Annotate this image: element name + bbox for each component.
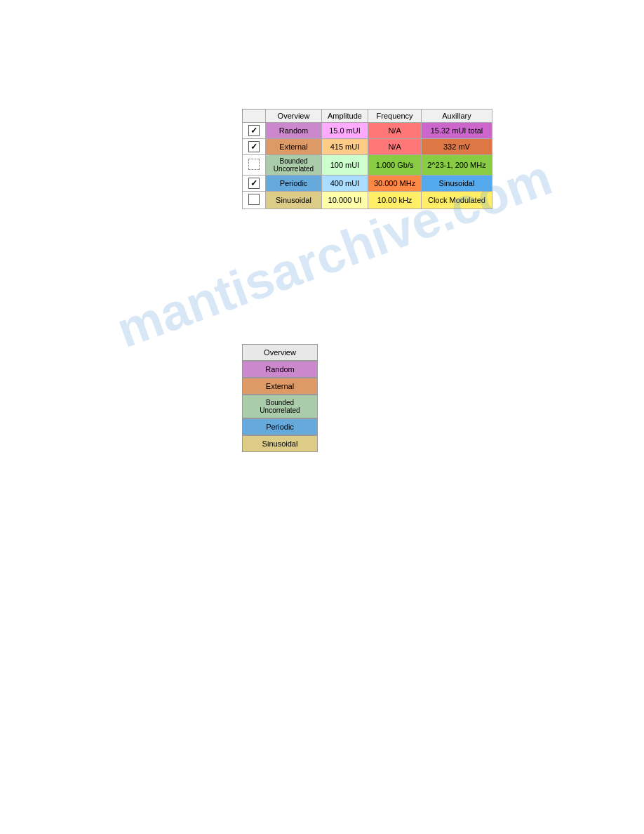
aux-cell-sinusoidal[interactable]: Clock Modulated [422, 192, 492, 209]
freq-cell-periodic[interactable]: 30.000 MHz [368, 176, 421, 192]
checkbox-cell-sinusoidal[interactable] [243, 192, 266, 209]
checkbox-sinusoidal[interactable] [248, 194, 260, 205]
bottom-list-container: Overview Random External BoundedUncorrel… [242, 344, 319, 452]
list-item-periodic[interactable]: Periodic [242, 418, 318, 435]
amp-cell-periodic[interactable]: 400 mUI [322, 176, 368, 192]
freq-cell-bounded[interactable]: 1.000 Gb/s [368, 155, 421, 176]
checkbox-cell-bounded[interactable] [243, 155, 266, 176]
aux-cell-random[interactable]: 15.32 mUI total [422, 123, 492, 139]
checkbox-periodic[interactable]: ✓ [248, 178, 260, 189]
table-row-periodic: ✓Periodic400 mUI30.000 MHzSinusoidal [243, 176, 492, 192]
freq-cell-external[interactable]: N/A [368, 139, 421, 155]
frequency-header: Frequency [368, 110, 421, 123]
list-item-bounded[interactable]: BoundedUncorrelated [242, 395, 318, 418]
table-row-bounded: BoundedUncorrelated100 mUI1.000 Gb/s2^23… [243, 155, 492, 176]
name-cell-random[interactable]: Random [266, 123, 322, 139]
amp-cell-external[interactable]: 415 mUI [322, 139, 368, 155]
name-cell-sinusoidal[interactable]: Sinusoidal [266, 192, 322, 209]
amplitude-header: Amplitude [322, 110, 368, 123]
list-item-random[interactable]: Random [242, 361, 318, 378]
table-row-random: ✓Random15.0 mUIN/A15.32 mUI total [243, 123, 492, 139]
name-cell-external[interactable]: External [266, 139, 322, 155]
auxiliary-header: Auxillary [422, 110, 492, 123]
amp-cell-sinusoidal[interactable]: 10.000 UI [322, 192, 368, 209]
checkbox-cell-periodic[interactable]: ✓ [243, 176, 266, 192]
checkbox-header-col [243, 110, 266, 123]
jitter-table: Overview Amplitude Frequency Auxillary ✓… [242, 109, 492, 209]
checkbox-bounded[interactable] [248, 159, 260, 170]
freq-cell-sinusoidal[interactable]: 10.00 kHz [368, 192, 421, 209]
list-item-overview[interactable]: Overview [242, 344, 318, 361]
table-row-sinusoidal: Sinusoidal10.000 UI10.00 kHzClock Modula… [243, 192, 492, 209]
list-item-external[interactable]: External [242, 378, 318, 395]
checkbox-random[interactable]: ✓ [248, 125, 260, 136]
aux-cell-bounded[interactable]: 2^23-1, 200 MHz [422, 155, 492, 176]
checkbox-cell-random[interactable]: ✓ [243, 123, 266, 139]
top-jitter-table-container: Overview Amplitude Frequency Auxillary ✓… [242, 109, 492, 209]
list-item-sinusoidal[interactable]: Sinusoidal [242, 435, 318, 452]
checkbox-external[interactable]: ✓ [248, 141, 260, 152]
name-cell-bounded[interactable]: BoundedUncorrelated [266, 155, 322, 176]
name-cell-periodic[interactable]: Periodic [266, 176, 322, 192]
overview-header: Overview [266, 110, 322, 123]
aux-cell-external[interactable]: 332 mV [422, 139, 492, 155]
aux-cell-periodic[interactable]: Sinusoidal [422, 176, 492, 192]
amp-cell-random[interactable]: 15.0 mUI [322, 123, 368, 139]
checkbox-cell-external[interactable]: ✓ [243, 139, 266, 155]
freq-cell-random[interactable]: N/A [368, 123, 421, 139]
table-row-external: ✓External415 mUIN/A332 mV [243, 139, 492, 155]
amp-cell-bounded[interactable]: 100 mUI [322, 155, 368, 176]
